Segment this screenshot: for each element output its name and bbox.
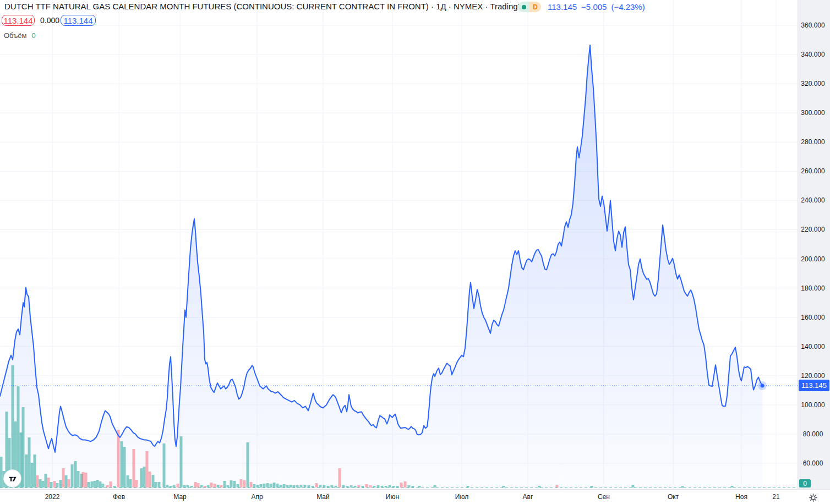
volume-bar: [304, 485, 307, 487]
sell-price-button[interactable]: 113.144: [2, 15, 35, 26]
symbol-title[interactable]: DUTCH TTF NATURAL GAS CALENDAR MONTH FUT…: [4, 2, 536, 11]
volume-bar: [237, 484, 239, 487]
volume-bar: [163, 443, 166, 487]
price-axis-label: 100.000: [798, 401, 828, 409]
current-price-badge: 113.145: [799, 380, 829, 391]
volume-bar: [91, 481, 94, 487]
volume-bar: [173, 485, 176, 487]
volume-bar: [129, 479, 132, 487]
volume-bar: [247, 442, 249, 487]
volume-bar: [434, 485, 436, 487]
volume-bar: [200, 485, 203, 487]
volume-bar: [230, 480, 233, 487]
volume-bar: [240, 479, 243, 487]
settings-gear-icon[interactable]: [808, 492, 818, 503]
volume-bar: [263, 484, 266, 487]
volume-bar: [327, 486, 330, 487]
volume-bar: [286, 485, 289, 487]
price-axis-label: 200.000: [798, 255, 828, 263]
volume-indicator-label[interactable]: Объём: [4, 31, 26, 40]
volume-bar: [56, 483, 59, 487]
volume-bar: [47, 478, 50, 487]
market-status-pill[interactable]: D: [518, 2, 541, 12]
volume-bar: [135, 480, 138, 487]
volume-bar: [290, 485, 292, 487]
volume-bar: [381, 486, 384, 487]
volume-bar: [53, 481, 56, 487]
price-axis[interactable]: 360.000340.000320.000300.000280.000260.0…: [798, 0, 830, 489]
volume-bar: [140, 468, 143, 487]
volume-bar: [315, 483, 318, 487]
volume-bar: [36, 475, 39, 487]
volume-bar: [556, 485, 559, 487]
volume-bar: [121, 441, 123, 487]
volume-bar: [45, 474, 47, 487]
volume-bar: [253, 484, 256, 487]
volume-bar: [82, 472, 85, 487]
volume-bar: [183, 485, 186, 487]
volume-bar: [220, 485, 223, 487]
volume-bar: [210, 483, 213, 487]
volume-bar: [335, 486, 337, 487]
volume-bar: [158, 482, 161, 487]
time-axis-label: Мар: [173, 493, 186, 501]
volume-bar: [503, 486, 505, 487]
volume-bar: [31, 463, 34, 487]
volume-bar: [88, 482, 90, 487]
volume-bar: [39, 479, 42, 487]
price-chart-canvas[interactable]: [0, 0, 830, 504]
volume-bar: [77, 471, 80, 487]
buy-price-button[interactable]: 113.144: [61, 15, 96, 26]
volume-bar: [180, 436, 183, 487]
time-axis-label: Окт: [668, 493, 679, 501]
volume-bar: [266, 483, 269, 487]
volume-bar: [256, 485, 259, 487]
volume-bar: [99, 481, 102, 487]
last-price-dot: [761, 384, 765, 388]
volume-bar: [28, 437, 31, 487]
volume-bar: [117, 430, 120, 487]
volume-bar: [143, 467, 146, 487]
tradingview-chart-window: 360.000340.000320.000300.000280.000260.0…: [0, 0, 830, 504]
time-axis-label: Ноя: [735, 493, 747, 501]
volume-bar: [412, 486, 414, 487]
volume-bar: [223, 481, 226, 487]
price-axis-label: 260.000: [798, 167, 828, 175]
price-axis-label: 360.000: [798, 21, 828, 29]
volume-bar: [71, 464, 74, 487]
volume-bar: [50, 482, 53, 487]
volume-bar: [233, 481, 236, 487]
volume-bar: [260, 484, 263, 487]
volume-bar: [377, 485, 380, 487]
volume-bar: [85, 473, 88, 487]
volume-bar: [342, 485, 345, 487]
market-status-dot-icon: [518, 2, 529, 12]
volume-bar: [323, 485, 326, 487]
volume-bar: [418, 486, 421, 487]
price-axis-label: 220.000: [798, 226, 828, 233]
price-axis-label: 60.000: [798, 459, 828, 467]
tradingview-logo[interactable]: [3, 469, 21, 487]
volume-bar: [146, 451, 149, 487]
volume-bar: [331, 485, 334, 487]
volume-bar: [273, 483, 276, 487]
volume-bar: [217, 485, 220, 487]
volume-bar: [396, 486, 399, 487]
volume-bar: [319, 485, 322, 487]
volume-bar: [389, 485, 391, 487]
volume-bar: [467, 486, 469, 487]
volume-bar: [25, 454, 28, 487]
time-axis-label: Июл: [455, 493, 468, 501]
time-axis-label: 21: [772, 493, 779, 501]
volume-bar: [204, 486, 206, 487]
volume-bar: [354, 486, 357, 487]
interval-badge: D: [529, 2, 541, 12]
volume-bar: [133, 449, 135, 487]
area-fill: [0, 45, 762, 489]
volume-bar: [243, 480, 246, 487]
volume-bar: [113, 486, 116, 487]
volume-bar: [283, 484, 286, 487]
spread-value: 0.000: [40, 16, 59, 25]
time-axis-label: 2022: [45, 493, 60, 501]
time-axis[interactable]: 2022ФевМарАпрМайИюнИюлАвгСенОктНоя21: [0, 489, 830, 504]
